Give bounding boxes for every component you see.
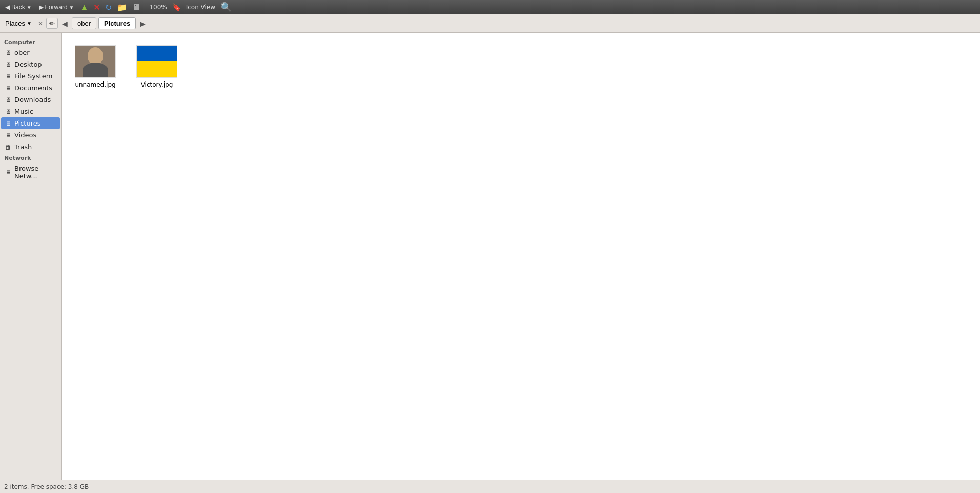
computer-section-header: Computer: [0, 37, 61, 47]
person-body: [83, 63, 108, 78]
search-button[interactable]: 🔍: [218, 1, 234, 14]
file-thumbnail-unnamed: [75, 45, 116, 78]
toolbar: ◀ Back ▼ ▶ Forward ▼ ▲ ✕ ↻ 📁 🖥 100% 🔖 Ic…: [0, 0, 980, 14]
sidebar-item-pictures-label: Pictures: [14, 119, 40, 127]
toolbar-separator-1: [145, 3, 145, 12]
filesystem-icon: 🖥: [5, 73, 11, 80]
breadcrumb-current-button[interactable]: Pictures: [98, 17, 136, 29]
desktop-icon: 🖥: [5, 61, 11, 68]
file-content-area: unnamed.jpg Victory.jpg: [62, 33, 980, 480]
sidebar-item-music-label: Music: [14, 108, 33, 115]
file-label-victory: Victory.jpg: [141, 81, 173, 88]
search-icon: 🔍: [220, 2, 232, 13]
person-image: [75, 45, 115, 78]
sidebar-item-videos-label: Videos: [14, 131, 36, 139]
new-folder-icon: 📁: [117, 3, 127, 12]
forward-label: Forward: [45, 4, 68, 11]
forward-button[interactable]: ▶ Forward ▼: [36, 3, 77, 12]
up-button[interactable]: ▲: [78, 2, 91, 13]
zoom-level: 100%: [147, 4, 169, 11]
main-area: Computer 🖥 ober 🖥 Desktop 🖥 File System …: [0, 33, 980, 480]
forward-dropdown-icon: ▼: [69, 5, 74, 10]
statusbar: 2 items, Free space: 3.8 GB: [0, 480, 980, 493]
flag-image: [137, 45, 177, 78]
browse-network-icon: 🖥: [5, 169, 11, 176]
breadcrumb-parent-button[interactable]: ober: [72, 17, 96, 29]
sidebar-item-downloads-label: Downloads: [14, 96, 51, 104]
music-icon: 🖥: [5, 108, 11, 115]
stop-button[interactable]: ✕: [91, 2, 102, 13]
sidebar-item-desktop-label: Desktop: [14, 60, 42, 68]
view-label: Icon View: [184, 4, 217, 11]
file-item-unnamed[interactable]: unnamed.jpg: [70, 41, 121, 92]
locationbar: Places ▼ ✕ ✏ ◀ ober Pictures ▶: [0, 14, 980, 33]
sidebar-item-ober-label: ober: [14, 49, 30, 56]
edit-location-button[interactable]: ✏: [46, 18, 58, 29]
downloads-icon: 🖥: [5, 96, 11, 104]
videos-icon: 🖥: [5, 132, 11, 139]
sidebar-item-filesystem[interactable]: 🖥 File System: [1, 70, 60, 82]
stop-icon: ✕: [93, 3, 100, 12]
file-item-victory[interactable]: Victory.jpg: [131, 41, 182, 92]
statusbar-text: 2 items, Free space: 3.8 GB: [4, 483, 89, 490]
ober-icon: 🖥: [5, 49, 11, 56]
flag-yellow-stripe: [137, 61, 177, 78]
new-folder-button[interactable]: 📁: [115, 2, 129, 13]
edit-icon: ✏: [49, 19, 55, 27]
back-button[interactable]: ◀ Back ▼: [2, 3, 35, 12]
bookmark-icon: 🔖: [172, 3, 181, 11]
sidebar-item-desktop[interactable]: 🖥 Desktop: [1, 58, 60, 70]
sidebar-item-downloads[interactable]: 🖥 Downloads: [1, 94, 60, 106]
file-thumbnail-victory: [136, 45, 177, 78]
terminal-icon: 🖥: [132, 3, 140, 12]
up-arrow-icon: ▲: [80, 3, 89, 12]
sidebar-item-trash[interactable]: 🗑 Trash: [1, 141, 60, 153]
sidebar-item-music[interactable]: 🖥 Music: [1, 106, 60, 117]
sidebar-item-documents[interactable]: 🖥 Documents: [1, 82, 60, 94]
sidebar: Computer 🖥 ober 🖥 Desktop 🖥 File System …: [0, 33, 62, 480]
open-terminal-button[interactable]: 🖥: [130, 2, 142, 13]
close-places-button[interactable]: ✕: [37, 19, 44, 28]
breadcrumb-right-button[interactable]: ▶: [138, 18, 148, 29]
breadcrumb-left-button[interactable]: ◀: [60, 18, 70, 29]
trash-icon: 🗑: [5, 143, 11, 151]
breadcrumb-current-label: Pictures: [104, 19, 130, 27]
flag-blue-stripe: [137, 45, 177, 61]
bookmarks-button[interactable]: 🔖: [170, 2, 183, 12]
sidebar-item-ober[interactable]: 🖥 ober: [1, 47, 60, 58]
back-arrow-icon: ◀: [5, 4, 10, 11]
refresh-button[interactable]: ↻: [103, 2, 114, 13]
places-label: Places: [5, 19, 25, 27]
sidebar-item-pictures[interactable]: 🖥 Pictures: [1, 117, 60, 129]
file-label-unnamed: unnamed.jpg: [75, 81, 115, 88]
back-label: Back: [11, 4, 25, 11]
sidebar-item-videos[interactable]: 🖥 Videos: [1, 129, 60, 141]
person-head: [88, 47, 103, 65]
sidebar-item-trash-label: Trash: [14, 143, 32, 151]
places-button[interactable]: Places ▼: [2, 18, 35, 29]
network-section-header: Network: [0, 153, 61, 162]
back-dropdown-icon: ▼: [27, 5, 32, 10]
sidebar-item-browse-network-label: Browse Netw...: [14, 165, 56, 180]
sidebar-item-documents-label: Documents: [14, 84, 52, 92]
pictures-icon: 🖥: [5, 120, 11, 127]
forward-arrow-icon: ▶: [39, 4, 44, 11]
breadcrumb-parent-label: ober: [77, 19, 91, 27]
refresh-icon: ↻: [105, 3, 112, 12]
places-dropdown-icon: ▼: [27, 20, 32, 26]
file-grid: unnamed.jpg Victory.jpg: [70, 41, 972, 92]
sidebar-item-filesystem-label: File System: [14, 72, 52, 80]
documents-icon: 🖥: [5, 85, 11, 92]
sidebar-item-browse-network[interactable]: 🖥 Browse Netw...: [1, 162, 60, 182]
